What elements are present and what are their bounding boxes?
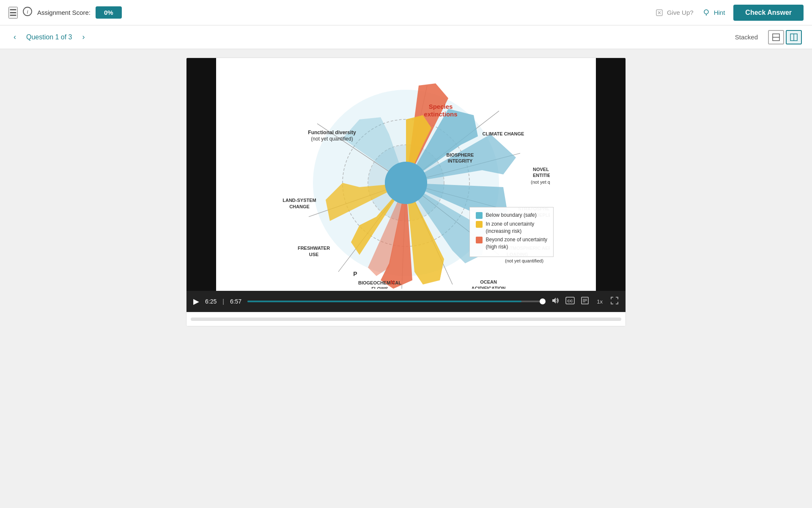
video-controls: ▶ 6:25 | 6:57 CC 1x bbox=[187, 291, 625, 312]
progress-fill bbox=[247, 301, 521, 302]
stacked-label: Stacked bbox=[735, 33, 758, 41]
info-icon: i bbox=[23, 7, 32, 18]
progress-bar[interactable] bbox=[247, 301, 545, 302]
question-label: Question 1 of 3 bbox=[26, 33, 72, 41]
speed-button[interactable]: 1x bbox=[595, 298, 604, 306]
transcript-button[interactable] bbox=[581, 296, 589, 307]
svg-text:extinctions: extinctions bbox=[424, 110, 457, 118]
give-up-button[interactable]: Give Up? bbox=[655, 8, 694, 17]
legend-item-high-risk: Beyond zone of uncertainty(high risk) bbox=[476, 236, 547, 251]
svg-text:Species: Species bbox=[429, 103, 453, 110]
view-option-2[interactable] bbox=[786, 30, 802, 44]
prev-question-button[interactable]: ‹ bbox=[10, 31, 19, 43]
black-panel-right bbox=[596, 58, 625, 312]
give-up-label: Give Up? bbox=[667, 9, 694, 16]
svg-text:LAND-SYSTEM: LAND-SYSTEM bbox=[283, 198, 316, 203]
legend-color-safe bbox=[476, 212, 483, 219]
assignment-score-label: Assignment Score: bbox=[37, 9, 91, 16]
svg-text:BIOGEOCHEMICAL: BIOGEOCHEMICAL bbox=[358, 280, 401, 285]
svg-text:CC: CC bbox=[568, 299, 573, 303]
svg-marker-51 bbox=[552, 298, 556, 304]
legend-text-safe: Below boundary (safe) bbox=[486, 212, 537, 219]
scroll-bar-area bbox=[187, 312, 625, 326]
fullscreen-button[interactable] bbox=[610, 296, 619, 307]
header-left: ☰ i Assignment Score: 0% bbox=[8, 6, 648, 19]
svg-text:ACIDIFICATION: ACIDIFICATION bbox=[471, 286, 505, 289]
svg-text:ENTITIES: ENTITIES bbox=[533, 173, 550, 178]
svg-text:FLOWS: FLOWS bbox=[371, 286, 388, 289]
sub-header: ‹ Question 1 of 3 › Stacked bbox=[0, 25, 812, 49]
legend-item-uncertainty: In zone of uncertainty(increasing risk) bbox=[476, 221, 547, 235]
volume-button[interactable] bbox=[551, 296, 560, 307]
legend: Below boundary (safe) In zone of uncerta… bbox=[469, 207, 554, 257]
svg-text:(not yet quantified): (not yet quantified) bbox=[311, 136, 353, 142]
captions-button[interactable]: CC bbox=[565, 297, 575, 306]
menu-icon[interactable]: ☰ bbox=[8, 7, 18, 19]
current-time: 6:25 bbox=[205, 298, 217, 305]
header: ☰ i Assignment Score: 0% Give Up? Hint C… bbox=[0, 0, 812, 25]
black-panel-left bbox=[187, 58, 216, 312]
scroll-track[interactable] bbox=[191, 318, 621, 321]
time-separator: | bbox=[222, 298, 224, 305]
legend-text-uncertainty: In zone of uncertainty(increasing risk) bbox=[486, 221, 535, 235]
svg-text:N: N bbox=[390, 279, 395, 286]
legend-text-high-risk: Beyond zone of uncertainty(high risk) bbox=[486, 236, 547, 251]
hint-button[interactable]: Hint bbox=[702, 8, 725, 17]
view-option-1[interactable] bbox=[768, 30, 784, 44]
video-container: Species extinctions Functional diversity… bbox=[186, 58, 626, 326]
check-answer-button[interactable]: Check Answer bbox=[733, 5, 804, 21]
svg-text:i: i bbox=[27, 8, 28, 15]
svg-point-25 bbox=[385, 162, 427, 204]
svg-text:NOVEL: NOVEL bbox=[533, 167, 549, 172]
next-question-button[interactable]: › bbox=[79, 31, 88, 43]
svg-text:Functional diversity: Functional diversity bbox=[308, 130, 356, 135]
svg-text:OCEAN: OCEAN bbox=[480, 279, 497, 284]
progress-thumb bbox=[540, 298, 546, 304]
svg-point-5 bbox=[704, 10, 708, 14]
svg-text:BIOSPHERE: BIOSPHERE bbox=[447, 152, 474, 157]
score-badge: 0% bbox=[96, 6, 122, 19]
main-content: Species extinctions Functional diversity… bbox=[0, 49, 812, 508]
svg-text:CHANGE: CHANGE bbox=[289, 204, 310, 209]
video-wrapper: Species extinctions Functional diversity… bbox=[187, 58, 625, 312]
play-button[interactable]: ▶ bbox=[193, 297, 199, 306]
legend-color-high-risk bbox=[476, 237, 483, 243]
svg-text:(not yet quantified): (not yet quantified) bbox=[505, 258, 543, 263]
svg-text:FRESHWATER: FRESHWATER bbox=[298, 246, 330, 251]
header-right: Give Up? Hint Check Answer bbox=[655, 5, 804, 21]
svg-text:INTEGRITY: INTEGRITY bbox=[448, 158, 473, 163]
legend-item-safe: Below boundary (safe) bbox=[476, 212, 547, 219]
diagram-area: Species extinctions Functional diversity… bbox=[216, 58, 596, 291]
view-toggle bbox=[768, 30, 802, 44]
svg-text:(not yet quantified): (not yet quantified) bbox=[531, 179, 550, 185]
legend-color-uncertainty bbox=[476, 221, 483, 228]
hint-label: Hint bbox=[714, 9, 725, 16]
total-time: 6:57 bbox=[230, 298, 241, 305]
svg-text:USE: USE bbox=[309, 252, 319, 257]
svg-text:CLIMATE CHANGE: CLIMATE CHANGE bbox=[483, 131, 524, 136]
svg-text:P: P bbox=[353, 271, 357, 277]
